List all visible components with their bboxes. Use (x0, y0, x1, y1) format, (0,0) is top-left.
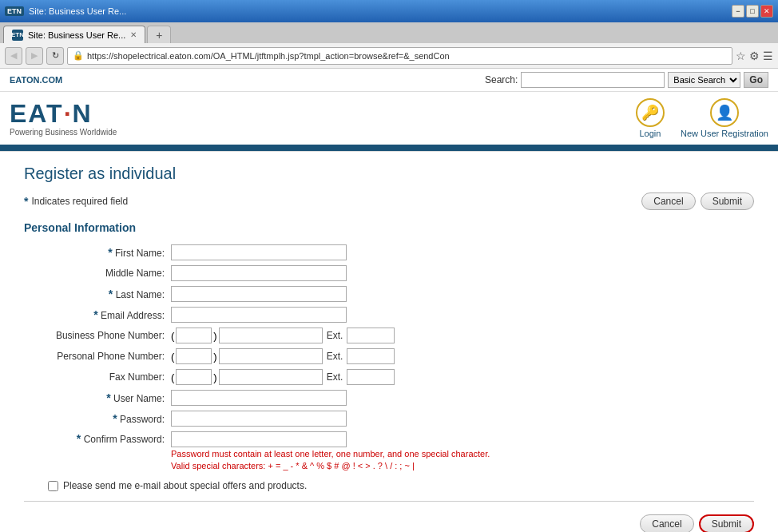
bookmark-star-icon[interactable]: ☆ (736, 50, 746, 62)
tab-close-icon[interactable]: ✕ (130, 30, 137, 39)
confirm-password-input[interactable] (171, 431, 347, 447)
middle-name-label: Middle Name: (24, 263, 168, 284)
logo-t: T (46, 99, 64, 128)
password-row: * Password: (24, 408, 754, 429)
cancel-top-button[interactable]: Cancel (641, 193, 695, 210)
login-label: Login (639, 129, 661, 138)
password-cell (168, 408, 754, 429)
personal-phone-row: Personal Phone Number: ( ) Ext. (24, 346, 754, 367)
last-name-input[interactable] (171, 286, 347, 302)
navigation-bar: ◀ ▶ ↻ 🔒 https://shopelectrical.eaton.com… (0, 43, 778, 69)
login-icon: 🔑 (636, 98, 665, 127)
tab-favicon: ETN (12, 30, 23, 41)
fax-area-input[interactable] (176, 369, 212, 385)
biz-phone-area-input[interactable] (176, 328, 212, 343)
first-name-input[interactable] (171, 244, 347, 260)
business-phone-cell: ( ) Ext. (168, 325, 754, 346)
confirm-password-row: * Confirm Password: Password must contai… (24, 429, 754, 474)
fax-paren-close: ) (213, 371, 216, 383)
email-offers-label: Please send me e-mail about special offe… (63, 480, 307, 491)
per-phone-area-input[interactable] (176, 348, 212, 364)
email-offers-checkbox[interactable] (48, 481, 58, 491)
fax-ext-input[interactable] (347, 369, 395, 385)
middle-name-cell (168, 263, 754, 284)
lock-icon: 🔒 (73, 50, 84, 61)
nav-icons: ☆ ⚙ ☰ (736, 50, 773, 62)
confirm-password-cell: Password must contain at least one lette… (168, 429, 754, 474)
form-divider (24, 501, 754, 502)
title-bar-left: ETN Site: Business User Re... (5, 6, 126, 16)
per-phone-main-input[interactable] (219, 348, 323, 364)
search-area: Search: Basic Search Go (485, 72, 768, 88)
required-asterisk: * (24, 195, 28, 208)
biz-phone-main-input[interactable] (219, 328, 323, 343)
fax-main-input[interactable] (219, 369, 323, 385)
new-user-icon: 👤 (710, 98, 739, 127)
per-phone-ext-input[interactable] (347, 348, 395, 364)
user-name-input[interactable] (171, 390, 347, 406)
address-bar[interactable]: 🔒 https://shopelectrical.eaton.com/OA_HT… (67, 47, 732, 65)
top-nav: EATON.COM Search: Basic Search Go (0, 69, 778, 92)
email-row: * Email Address: (24, 304, 754, 325)
biz-phone-ext-input[interactable] (347, 328, 395, 343)
password-hint: Password must contain at least one lette… (171, 449, 490, 459)
user-name-label: * User Name: (24, 387, 168, 408)
middle-name-input[interactable] (171, 265, 347, 281)
maximize-button[interactable]: □ (746, 5, 759, 18)
user-name-cell (168, 387, 754, 408)
login-action[interactable]: 🔑 Login (636, 98, 665, 138)
biz-ext-label: Ext. (327, 330, 343, 341)
blue-bar (0, 145, 778, 151)
site-header: EATON.COM Search: Basic Search Go EAT·N … (0, 69, 778, 152)
password-input[interactable] (171, 411, 347, 427)
logo-nav: EAT·N Powering Business Worldwide 🔑 Logi… (0, 92, 778, 145)
fax-row: Fax Number: ( ) Ext. (24, 367, 754, 387)
confirm-password-label: * Confirm Password: (24, 429, 168, 474)
fax-paren-open: ( (171, 371, 174, 383)
logo-a: A (28, 99, 46, 128)
submit-bottom-button[interactable]: Submit (699, 514, 754, 532)
page-title: Register as individual (24, 165, 754, 183)
required-note-left: * Indicates required field (24, 195, 128, 208)
per-paren-close: ) (213, 351, 216, 363)
minimize-button[interactable]: − (732, 5, 744, 18)
fax-group: ( ) Ext. (171, 369, 751, 385)
browser-title-bar: ETN Site: Business User Re... − □ ✕ (0, 0, 778, 22)
biz-paren-close: ) (213, 330, 216, 342)
top-action-buttons: Cancel Submit (641, 193, 754, 210)
business-phone-label: Business Phone Number: (24, 325, 168, 346)
back-button[interactable]: ◀ (5, 47, 22, 65)
submit-top-button[interactable]: Submit (701, 193, 754, 210)
biz-paren-open: ( (171, 330, 174, 342)
search-label: Search: (485, 74, 518, 85)
search-dropdown[interactable]: Basic Search (668, 72, 740, 88)
email-label: * Email Address: (24, 304, 168, 325)
header-actions: 🔑 Login 👤 New User Registration (636, 98, 768, 138)
page-content: EATON.COM Search: Basic Search Go EAT·N … (0, 69, 778, 532)
forward-button[interactable]: ▶ (26, 47, 43, 65)
email-offers-row: Please send me e-mail about special offe… (24, 480, 754, 491)
personal-phone-group: ( ) Ext. (171, 348, 751, 364)
go-button[interactable]: Go (744, 72, 768, 88)
cancel-bottom-button[interactable]: Cancel (640, 514, 693, 532)
browser-tab[interactable]: ETN Site: Business User Re... ✕ (3, 26, 145, 43)
main-content: Register as individual * Indicates requi… (0, 152, 778, 532)
menu-icon[interactable]: ☰ (763, 50, 773, 62)
new-user-action[interactable]: 👤 New User Registration (681, 98, 768, 138)
title-bar-text: Site: Business User Re... (29, 6, 126, 16)
email-input[interactable] (171, 307, 347, 323)
refresh-button[interactable]: ↻ (46, 47, 64, 65)
email-cell (168, 304, 754, 325)
address-text: https://shopelectrical.eaton.com/OA_HTML… (87, 51, 450, 61)
new-tab-button[interactable]: + (147, 26, 171, 43)
business-phone-group: ( ) Ext. (171, 328, 751, 343)
last-name-cell (168, 284, 754, 304)
fax-ext-label: Ext. (327, 371, 343, 383)
search-input[interactable] (521, 72, 665, 88)
settings-icon[interactable]: ⚙ (749, 50, 760, 62)
required-note: * Indicates required field Cancel Submit (24, 193, 754, 210)
eaton-com-link[interactable]: EATON.COM (10, 75, 62, 85)
fax-cell: ( ) Ext. (168, 367, 754, 387)
required-note-text: Indicates required field (31, 196, 128, 207)
close-button[interactable]: ✕ (760, 5, 773, 18)
